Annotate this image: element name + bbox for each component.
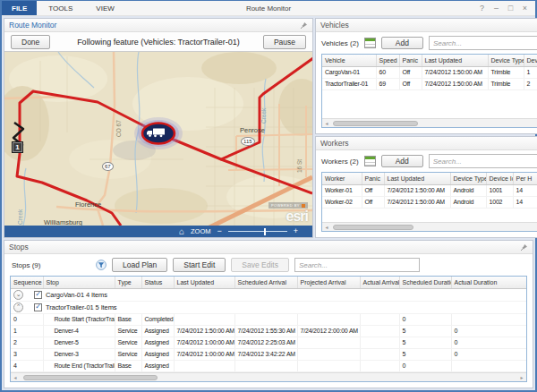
group-checkbox[interactable]: ✓ — [34, 291, 42, 299]
vehicles-search-input[interactable] — [429, 36, 537, 50]
menu-tools[interactable]: TOOLS — [37, 1, 84, 15]
powered-by-label: POWERED BY — [271, 203, 300, 208]
menu-file[interactable]: FILE — [2, 1, 37, 15]
group-label: TractorTrailer-01 5 Items — [46, 303, 116, 311]
table-row[interactable]: TractorTrailer-0169Off7/24/2012 1:50:00 … — [322, 78, 537, 89]
column-header[interactable]: Worker — [322, 173, 362, 184]
stop-marker-1[interactable]: 1 — [12, 141, 23, 153]
column-header[interactable]: Per H — [513, 173, 537, 184]
zoom-slider[interactable] — [228, 231, 287, 232]
horizontal-scrollbar[interactable]: ◂ ▸ — [322, 222, 537, 231]
panel-title: Vehicles — [320, 21, 349, 30]
group-checkbox[interactable]: ✓ — [34, 303, 42, 311]
group-label: CargoVan-01 4 Items — [46, 291, 107, 299]
column-header[interactable]: Last Updated — [384, 173, 450, 184]
scrollbar-thumb[interactable] — [23, 375, 158, 380]
zoom-slider-handle[interactable] — [264, 228, 267, 235]
workers-table: Worker Panic Last Updated Device Type De… — [321, 172, 537, 232]
done-button[interactable]: Done — [11, 35, 50, 49]
pin-icon[interactable] — [520, 243, 528, 251]
column-header[interactable]: Speed — [376, 55, 399, 66]
city-label-florence: Florence — [75, 200, 101, 209]
add-vehicle-button[interactable]: Add — [381, 37, 423, 49]
column-header[interactable]: Actual Duration — [451, 277, 527, 288]
creek-label-right: Creek — [260, 108, 267, 124]
column-header[interactable]: Type — [115, 277, 141, 288]
stops-panel: Stops Stops (9) Load Plan Start Edit Sav… — [4, 240, 533, 388]
zoom-out-button[interactable]: − — [217, 227, 221, 235]
route-monitor-header: Route Monitor — [4, 19, 312, 32]
column-header[interactable]: Status — [141, 277, 174, 288]
help-button[interactable]: ? — [476, 4, 488, 13]
scrollbar-thumb[interactable] — [333, 121, 418, 126]
scroll-left-icon[interactable]: ◂ — [322, 120, 331, 126]
pause-button[interactable]: Pause — [263, 35, 306, 49]
vehicles-count: Vehicles (2) — [321, 39, 359, 47]
road-label-co67: CO 67 — [115, 120, 122, 137]
column-header[interactable]: Device Id — [486, 173, 513, 184]
street-label-16st: 16 St — [296, 159, 303, 173]
horizontal-scrollbar[interactable]: ◂ ▸ — [322, 118, 537, 127]
route-shield-67: 67 — [102, 162, 114, 171]
table-row[interactable]: CargoVan-0160Off7/24/2012 1:50:00 AMTrim… — [322, 66, 537, 78]
stops-toolbar: Stops (9) Load Plan Start Edit Save Edit… — [4, 254, 533, 276]
column-header[interactable]: Last Updated — [174, 277, 234, 288]
column-header[interactable]: Projected Arrival — [297, 277, 360, 288]
zoom-in-button[interactable]: + — [294, 227, 298, 235]
horizontal-scrollbar[interactable]: ◂ ▸ — [11, 372, 526, 381]
esri-logo-dot — [302, 204, 305, 208]
scroll-left-icon[interactable]: ◂ — [322, 224, 331, 230]
vehicles-header: Vehicles — [316, 19, 537, 32]
group-row[interactable]: ⌃ ✓ TractorTrailer-01 5 Items — [11, 301, 527, 313]
column-header[interactable]: Device Type — [488, 55, 524, 66]
add-worker-button[interactable]: Add — [381, 155, 423, 167]
column-header[interactable]: Scheduled Arrival — [234, 277, 297, 288]
grid-icon[interactable] — [364, 156, 376, 166]
vehicles-table: Vehicle Speed Panic Last Updated Device … — [321, 54, 537, 128]
save-edits-button: Save Edits — [231, 258, 289, 272]
scroll-left-icon[interactable]: ◂ — [11, 374, 20, 380]
chevron-down-icon[interactable]: ⌄ — [13, 290, 23, 300]
pin-icon[interactable] — [300, 21, 308, 30]
table-row[interactable]: 0Route Start (TractorTrailer-01)BaseComp… — [11, 313, 527, 325]
vehicle-marker[interactable] — [134, 117, 183, 149]
group-row[interactable]: ⌄ ✓ CargoVan-01 4 Items — [11, 288, 527, 301]
column-header[interactable]: Vehicle — [322, 55, 376, 66]
scrollbar-thumb[interactable] — [333, 225, 413, 230]
scroll-right-icon[interactable]: ▸ — [517, 374, 526, 380]
chevron-up-icon[interactable]: ⌃ — [13, 303, 23, 312]
column-header[interactable]: Stop — [43, 277, 115, 288]
home-icon[interactable]: ⌂ — [179, 227, 184, 236]
column-header[interactable]: Device Type — [450, 173, 486, 184]
column-header[interactable]: Last Updated — [422, 55, 488, 66]
column-header[interactable]: Actual Arrival — [360, 277, 399, 288]
column-header[interactable]: Panic — [362, 173, 384, 184]
column-header[interactable]: Panic — [399, 55, 422, 66]
esri-logo: POWERED BY esri — [268, 194, 308, 223]
workers-header-row: Worker Panic Last Updated Device Type De… — [322, 173, 537, 184]
route-shield-115: 115 — [241, 137, 255, 146]
table-row[interactable]: 3Denver-3ServiceAssigned7/24/2012 1:00:0… — [11, 348, 527, 360]
map-zoom-bar: ⌂ ZOOM − + — [4, 226, 312, 237]
stops-search-input[interactable] — [294, 258, 420, 272]
grid-icon[interactable] — [364, 38, 376, 48]
start-edit-button[interactable]: Start Edit — [173, 258, 226, 272]
map-canvas[interactable]: Penrose Florence Williamsburg 67 115 CO … — [4, 52, 312, 226]
load-plan-button[interactable]: Load Plan — [112, 258, 167, 272]
menu-view[interactable]: VIEW — [84, 1, 125, 15]
table-row[interactable]: 1Denver-4ServiceAssigned7/24/2012 1:50:0… — [11, 325, 527, 337]
table-row[interactable]: 2Denver-5ServiceAssigned7/24/2012 1:00:0… — [11, 337, 527, 348]
panel-title: Route Monitor — [9, 21, 56, 30]
table-row[interactable]: Worker-02Off7/24/2012 1:50:00 AMAndroid1… — [322, 196, 537, 208]
close-button[interactable]: × — [519, 4, 531, 13]
workers-search-input[interactable] — [429, 154, 537, 168]
column-header[interactable]: Scheduled Duration — [399, 277, 451, 288]
minimize-button[interactable]: – — [490, 4, 502, 13]
table-row[interactable]: 4Route End (TractorTrailer-01)BaseAssign… — [11, 360, 527, 371]
maximize-button[interactable]: □ — [505, 4, 516, 13]
column-header[interactable]: Device Id — [524, 55, 537, 66]
column-header[interactable]: Sequence — [11, 277, 43, 288]
stops-table: Sequence Stop Type Status Last Updated S… — [10, 276, 527, 382]
filter-icon[interactable] — [96, 260, 107, 270]
table-row[interactable]: Worker-01Off7/24/2012 1:50:00 AMAndroid1… — [322, 184, 537, 196]
